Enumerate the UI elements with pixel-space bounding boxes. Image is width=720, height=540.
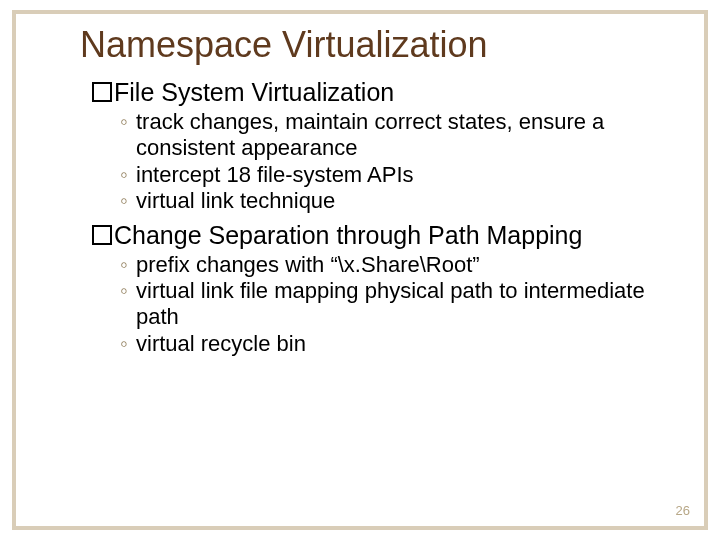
- border-bottom: [12, 526, 708, 530]
- list-item: virtual recycle bin: [120, 331, 680, 357]
- list-item: prefix changes with “\x.Share\Root”: [120, 252, 680, 278]
- checkbox-icon: [92, 225, 112, 245]
- slide-content: Namespace Virtualization File System Vir…: [80, 24, 680, 363]
- bullet-list-1: track changes, maintain correct states, …: [120, 109, 680, 215]
- bullet-list-2: prefix changes with “\x.Share\Root” virt…: [120, 252, 680, 358]
- page-number: 26: [676, 503, 690, 518]
- list-item: virtual link technique: [120, 188, 680, 214]
- section-heading-2: Change Separation through Path Mapping: [92, 221, 680, 250]
- section-heading-1-text: File System Virtualization: [114, 78, 394, 106]
- border-left: [12, 10, 16, 530]
- border-right: [704, 10, 708, 530]
- section-heading-1: File System Virtualization: [92, 78, 680, 107]
- section-heading-2-text: Change Separation through Path Mapping: [114, 221, 582, 249]
- checkbox-icon: [92, 82, 112, 102]
- slide-title: Namespace Virtualization: [80, 24, 680, 66]
- list-item: virtual link file mapping physical path …: [120, 278, 680, 331]
- border-top: [12, 10, 708, 14]
- list-item: track changes, maintain correct states, …: [120, 109, 680, 162]
- list-item: intercept 18 file-system APIs: [120, 162, 680, 188]
